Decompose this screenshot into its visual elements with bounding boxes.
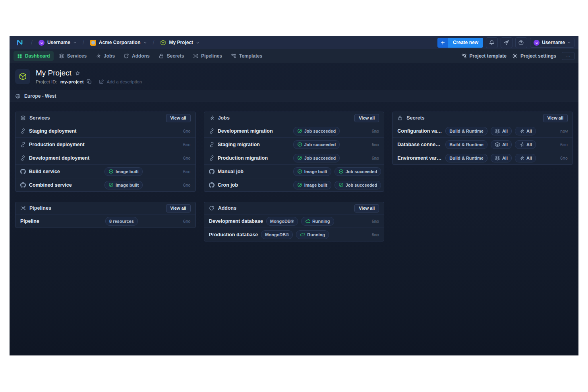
globe-icon [15, 93, 21, 99]
tab-templates-label: Templates [239, 53, 262, 59]
row-development-migration[interactable]: Development migrationJob succeeded6mo [204, 124, 384, 137]
row-staging-migration[interactable]: Staging migrationJob succeeded6mo [204, 137, 384, 151]
favorite-star-icon[interactable] [75, 71, 80, 76]
row-production-migration[interactable]: Production migrationJob succeeded6mo [204, 151, 384, 164]
project-icon-tile [15, 69, 30, 84]
runner-icon [209, 115, 215, 121]
user-avatar: u [534, 40, 540, 46]
link-icon [20, 155, 26, 161]
add-description-button[interactable]: Add a description [99, 79, 142, 84]
row-production-deployment[interactable]: Production deployment6mo [15, 137, 195, 151]
row-name: Manual job [218, 169, 290, 174]
northflank-logo-icon[interactable] [14, 39, 27, 46]
project-id-label: Project ID: [36, 79, 57, 84]
region-bar[interactable]: Europe - West [10, 90, 578, 102]
card-secrets: SecretsView allConfiguration valuesBuild… [392, 112, 573, 165]
row-timestamp: 6mo [560, 142, 568, 147]
breadcrumb-organization[interactable]: Acme Corporation [88, 39, 149, 47]
paper-plane-icon [503, 40, 509, 46]
badge-label: All [502, 156, 508, 160]
view-all-button[interactable]: View all [543, 114, 568, 122]
card-pipelines: PipelinesView allPipeline8 resources6mo [15, 202, 196, 228]
project-nav-right: Project template Project settings ··· [461, 52, 574, 60]
project-settings-button[interactable]: Project settings [512, 53, 556, 59]
row-name: Development database [209, 218, 263, 224]
badge-build-runtime: Build & Runtime [445, 140, 487, 149]
badge-label: 8 resources [109, 219, 134, 224]
view-all-button[interactable]: View all [166, 114, 191, 122]
breadcrumb-user-label: Username [47, 40, 70, 45]
more-options-button[interactable]: ··· [562, 52, 574, 60]
row-build-service[interactable]: Build serviceImage built6mo [15, 164, 195, 178]
badge-label: Image built [116, 183, 139, 187]
row-database-connectio[interactable]: Database connectio...Build & RuntimeAllA… [393, 137, 573, 151]
user-menu-label: Username [542, 40, 565, 45]
layers-icon [495, 142, 500, 147]
view-all-button[interactable]: View all [166, 204, 191, 212]
badge-all: All [491, 140, 512, 149]
card-secrets-header: SecretsView all [393, 112, 573, 124]
link-icon [209, 155, 215, 161]
chevron-down-icon [143, 41, 147, 44]
card-jobs-header: JobsView all [204, 112, 384, 124]
user-menu-button[interactable]: u Username [530, 38, 574, 48]
breadcrumb-user[interactable]: u Username [36, 39, 79, 47]
badge-running: Running [296, 230, 329, 239]
tab-addons[interactable]: Addons [120, 51, 153, 61]
project-header: My Project Project ID: my-project Add a … [10, 63, 578, 90]
tab-secrets[interactable]: Secrets [155, 51, 188, 61]
badge-label: Build & Runtime [449, 156, 484, 160]
breadcrumb-separator: / [30, 39, 34, 46]
badge-all: All [515, 127, 536, 135]
row-development-database[interactable]: Development databaseMongoDB®Running6mo [204, 214, 384, 228]
badge-label: Build & Runtime [449, 142, 484, 147]
row-name: Staging deployment [29, 128, 101, 134]
view-all-button[interactable]: View all [354, 114, 379, 122]
badge-label: Image built [304, 183, 327, 187]
badge-build-runtime: Build & Runtime [445, 154, 487, 162]
cloud-icon [300, 232, 305, 237]
row-environment-variables[interactable]: Environment variablesBuild & RuntimeAllA… [393, 151, 573, 164]
breadcrumb-project[interactable]: My Project [158, 39, 202, 47]
row-staging-deployment[interactable]: Staging deployment6mo [15, 124, 195, 137]
card-jobs: JobsView allDevelopment migrationJob suc… [204, 112, 385, 192]
project-template-button[interactable]: Project template [461, 53, 507, 59]
tab-jobs-label: Jobs [104, 53, 115, 59]
copy-icon[interactable] [87, 79, 92, 84]
view-all-button[interactable]: View all [354, 204, 379, 212]
chevron-down-icon [567, 41, 571, 44]
tab-dashboard[interactable]: Dashboard [14, 51, 54, 61]
help-button[interactable] [515, 37, 527, 48]
row-timestamp: 6mo [183, 129, 191, 133]
link-icon [209, 142, 215, 147]
row-name: Database connectio... [397, 142, 442, 147]
notifications-button[interactable] [486, 37, 498, 48]
tab-jobs[interactable]: Jobs [92, 51, 118, 61]
badge-label: Job succeeded [346, 183, 377, 187]
page-title: My Project [36, 69, 72, 77]
row-production-database[interactable]: Production databaseMongoDB®Running6mo [204, 228, 384, 241]
row-manual-job[interactable]: Manual jobImage builtJob succeeded6mo [204, 164, 384, 178]
row-combined-service[interactable]: Combined serviceImage built6mo [15, 178, 195, 191]
project-nav: Dashboard Services Jobs Addons Secrets P… [10, 49, 578, 63]
feedback-button[interactable] [501, 37, 513, 48]
row-configuration-values[interactable]: Configuration valuesBuild & RuntimeAllAl… [393, 124, 573, 137]
tab-services[interactable]: Services [55, 51, 90, 61]
tab-templates[interactable]: Templates [227, 51, 266, 61]
row-pipeline[interactable]: Pipeline8 resources6mo [15, 214, 195, 228]
badge-label: Build & Runtime [449, 129, 484, 133]
badge-label: Job succeeded [304, 129, 336, 133]
row-timestamp: now [560, 129, 568, 133]
add-description-label: Add a description [106, 79, 142, 84]
project-template-label: Project template [470, 53, 507, 59]
tab-pipelines[interactable]: Pipelines [189, 51, 226, 61]
row-development-deployment[interactable]: Development deployment6mo [15, 151, 195, 164]
badge-job-succeeded: Job succeeded [293, 154, 340, 162]
create-new-button[interactable]: Create new [437, 38, 483, 48]
row-name: Staging migration [218, 142, 290, 147]
row-name: Configuration values [397, 128, 442, 134]
breadcrumb-org-label: Acme Corporation [99, 40, 141, 45]
row-cron-job[interactable]: Cron jobImage builtJob succeeded6mo [204, 178, 384, 191]
check-icon [338, 169, 344, 174]
card-addons-header: AddonsView all [204, 202, 384, 214]
